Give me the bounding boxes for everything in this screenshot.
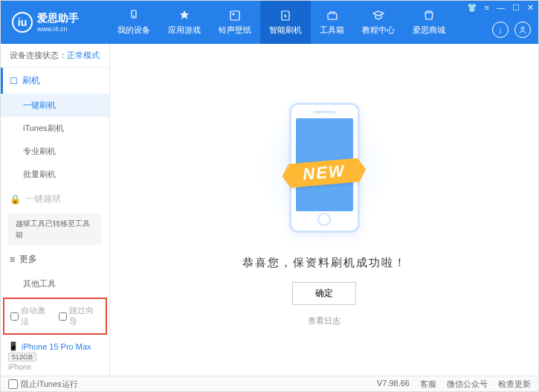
footer-support[interactable]: 客服 [420, 379, 436, 390]
connection-status: 设备连接状态：正常模式 [1, 44, 109, 68]
nav-store[interactable]: 爱思商城 [404, 1, 454, 44]
svg-rect-5 [328, 13, 337, 19]
menu-section-flash[interactable]: ☐刷机 [1, 68, 109, 94]
top-nav: 我的设备 应用游戏 铃声壁纸 智能刷机 工具箱 教程中心 爱思商城 [109, 1, 454, 44]
nav-apps-games[interactable]: 应用游戏 [159, 1, 210, 44]
checkbox-auto-activate[interactable]: 自动激活 [10, 305, 51, 327]
download-circle-icon[interactable]: ↓ [492, 22, 509, 38]
lock-icon: 🔒 [10, 194, 21, 205]
logo-area: iu 爱思助手 www.i4.cn [1, 12, 109, 33]
svg-point-6 [521, 27, 524, 30]
checkbox-skip-wizard[interactable]: 跳过向导 [59, 305, 100, 327]
menu-section-jailbreak: 🔒一键越狱 [1, 186, 109, 212]
app-name: 爱思助手 [37, 12, 79, 25]
logo-icon: iu [12, 12, 33, 33]
success-message: 恭喜您，保资料刷机成功啦！ [242, 256, 407, 270]
footer-wechat[interactable]: 微信公众号 [447, 379, 488, 390]
device-info[interactable]: 📱iPhone 15 Pro Max 512GB iPhone [1, 337, 109, 376]
app-header: iu 爱思助手 www.i4.cn 我的设备 应用游戏 铃声壁纸 智能刷机 工具… [1, 1, 538, 44]
storage-badge: 512GB [8, 353, 36, 362]
menu-batch-flash[interactable]: 批量刷机 [1, 163, 109, 186]
maximize-icon[interactable]: ☐ [512, 3, 520, 13]
sidebar: 设备连接状态：正常模式 ☐刷机 一键刷机 iTunes刷机 专业刷机 批量刷机 … [1, 44, 110, 376]
nav-toolbox[interactable]: 工具箱 [311, 1, 353, 44]
highlighted-options: 自动激活 跳过向导 [3, 298, 107, 335]
footer: 阻止iTunes运行 V7.98.66 客服 微信公众号 检查更新 [1, 376, 538, 392]
svg-rect-2 [230, 11, 239, 20]
version-label: V7.98.66 [377, 379, 410, 390]
skin-icon[interactable]: 👕 [467, 3, 477, 13]
success-illustration: NEW [265, 94, 384, 242]
window-controls: 👕 ≡ — ☐ ✕ [467, 3, 534, 13]
menu-other-tools[interactable]: 其他工具 [1, 272, 109, 295]
nav-smart-flash[interactable]: 智能刷机 [260, 1, 311, 44]
app-url: www.i4.cn [37, 25, 79, 33]
close-icon[interactable]: ✕ [527, 3, 534, 13]
ok-button[interactable]: 确定 [292, 282, 356, 305]
view-log-link[interactable]: 查看日志 [308, 315, 340, 327]
nav-tutorials[interactable]: 教程中心 [353, 1, 404, 44]
footer-check-update[interactable]: 检查更新 [498, 379, 531, 390]
phone-icon: 📱 [8, 341, 19, 351]
menu-icon[interactable]: ≡ [485, 3, 489, 13]
checkbox-block-itunes[interactable] [8, 379, 18, 389]
menu-section-more[interactable]: ≡更多 [1, 246, 109, 272]
menu-one-click-flash[interactable]: 一键刷机 [1, 94, 109, 117]
minimize-icon[interactable]: — [497, 3, 505, 13]
nav-ringtone-wallpaper[interactable]: 铃声壁纸 [210, 1, 260, 44]
nav-my-device[interactable]: 我的设备 [109, 1, 159, 44]
jailbreak-note: 越狱工具已转移至工具箱 [8, 213, 102, 245]
menu-pro-flash[interactable]: 专业刷机 [1, 140, 109, 163]
svg-point-3 [233, 13, 234, 15]
menu-itunes-flash[interactable]: iTunes刷机 [1, 117, 109, 140]
main-content: NEW 恭喜您，保资料刷机成功啦！ 确定 查看日志 [110, 44, 538, 376]
user-circle-icon[interactable] [514, 22, 531, 38]
svg-point-1 [134, 16, 135, 17]
